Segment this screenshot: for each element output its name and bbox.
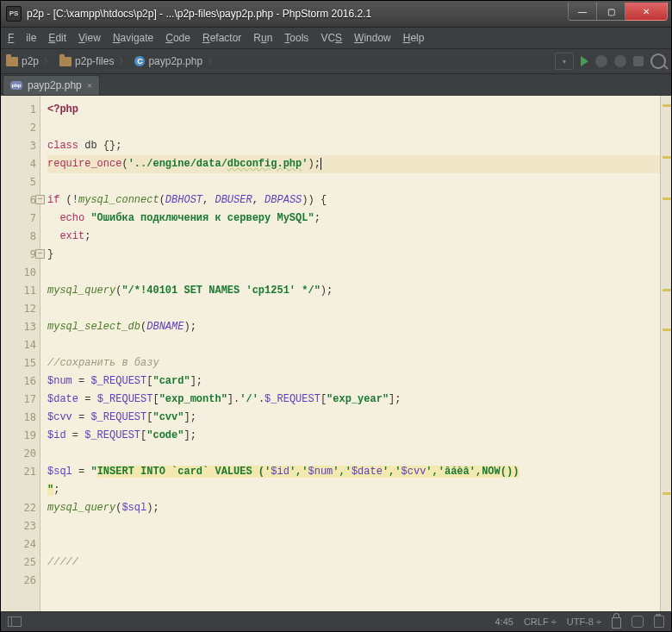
line-number[interactable] xyxy=(1,481,36,499)
code-line[interactable] xyxy=(47,572,660,590)
maximize-button[interactable]: ▢ xyxy=(597,3,625,21)
line-number[interactable]: 20 xyxy=(1,445,36,463)
code-line[interactable]: $num = $_REQUEST["card"]; xyxy=(47,372,660,391)
chevron-right-icon: 〉 xyxy=(208,55,216,67)
menu-help[interactable]: Help xyxy=(403,32,425,44)
menu-tools[interactable]: Tools xyxy=(284,32,308,44)
line-number[interactable]: 23 xyxy=(1,517,36,535)
code-line[interactable]: class db {}; xyxy=(47,137,660,155)
code-line[interactable]: } xyxy=(47,246,660,264)
code-line[interactable]: $date = $_REQUEST["exp_month"].'/'.$_REQ… xyxy=(47,391,660,409)
coverage-icon[interactable] xyxy=(614,55,626,67)
run-config-dropdown[interactable]: ▾ xyxy=(555,53,574,70)
menu-refactor[interactable]: Refactor xyxy=(202,32,241,44)
editor-tab[interactable]: php payp2p.php × xyxy=(3,75,100,95)
warning-mark[interactable] xyxy=(663,197,671,200)
code-line[interactable]: "; xyxy=(47,481,660,499)
breadcrumb-label: p2p xyxy=(22,55,39,67)
line-number[interactable]: 4 xyxy=(1,155,36,173)
run-icon[interactable] xyxy=(581,56,588,66)
code-line[interactable]: mysql_query($sql); xyxy=(47,499,660,517)
caret-position[interactable]: 4:45 xyxy=(495,616,513,627)
code-line[interactable] xyxy=(47,264,660,282)
close-button[interactable]: ✕ xyxy=(625,3,668,21)
stop-icon[interactable] xyxy=(633,56,644,66)
file-encoding[interactable]: UTF-8 ÷ xyxy=(567,616,601,627)
line-number[interactable]: 25 xyxy=(1,554,36,572)
debug-icon[interactable] xyxy=(595,55,607,67)
code-line[interactable] xyxy=(47,535,660,554)
line-number[interactable]: 15 xyxy=(1,354,36,372)
menu-run[interactable]: Run xyxy=(253,32,272,44)
code-line[interactable]: ///// xyxy=(47,554,660,572)
line-number[interactable]: 5 xyxy=(1,173,36,191)
line-number[interactable]: 18 xyxy=(1,409,36,427)
code-area[interactable]: <?phpclass db {};require_once('../engine… xyxy=(40,96,660,611)
warning-mark[interactable] xyxy=(663,104,671,107)
line-number[interactable]: 6− xyxy=(1,191,36,210)
line-number[interactable]: 8 xyxy=(1,228,36,246)
line-number[interactable]: 7 xyxy=(1,210,36,228)
code-line[interactable]: <?php xyxy=(47,101,660,119)
line-number[interactable]: 11 xyxy=(1,282,36,300)
line-number[interactable]: 12 xyxy=(1,300,36,318)
close-tab-icon[interactable]: × xyxy=(87,80,92,91)
breadcrumb-item[interactable]: p2p-files 〉 xyxy=(59,55,129,67)
line-number[interactable]: 10 xyxy=(1,264,36,282)
code-line[interactable] xyxy=(47,300,660,318)
breadcrumb-item[interactable]: C payp2p.php 〉 xyxy=(134,55,218,67)
line-number[interactable]: 13 xyxy=(1,318,36,336)
code-line[interactable]: $id = $_REQUEST["code"]; xyxy=(47,427,660,445)
code-line[interactable]: require_once('../engine/data/dbconfig.ph… xyxy=(47,155,660,173)
tool-window-toggle-icon[interactable] xyxy=(8,616,22,627)
code-line[interactable]: $sql = "INSERT INTO `card` VALUES ('$id'… xyxy=(47,463,660,481)
line-number[interactable]: 3 xyxy=(1,137,36,155)
line-number[interactable]: 24 xyxy=(1,535,36,554)
line-number[interactable]: 21 xyxy=(1,463,36,481)
code-line[interactable] xyxy=(47,517,660,535)
breadcrumb-label: payp2p.php xyxy=(148,55,202,67)
minimize-button[interactable]: — xyxy=(568,3,597,21)
code-line[interactable]: echo "Ошибка подключения к серверу MySQL… xyxy=(47,210,660,228)
menu-code[interactable]: Code xyxy=(165,32,190,44)
search-icon[interactable] xyxy=(650,53,666,69)
breadcrumb-item[interactable]: p2p 〉 xyxy=(6,55,54,67)
lock-icon[interactable] xyxy=(612,617,621,629)
line-number[interactable]: 19 xyxy=(1,427,36,445)
warning-mark[interactable] xyxy=(663,289,671,291)
code-line[interactable]: mysql_query("/*!40101 SET NAMES 'cp1251'… xyxy=(47,282,660,300)
line-number[interactable]: 26 xyxy=(1,572,36,590)
breadcrumbs: p2p 〉 p2p-files 〉 C payp2p.php 〉 xyxy=(6,55,218,67)
line-number[interactable]: 14 xyxy=(1,336,36,354)
menu-navigate[interactable]: Navigate xyxy=(113,32,153,44)
code-line[interactable]: exit; xyxy=(47,228,660,246)
menu-window[interactable]: Window xyxy=(354,32,391,44)
code-line[interactable] xyxy=(47,119,660,137)
inspection-icon[interactable] xyxy=(632,616,644,628)
line-number[interactable]: 17 xyxy=(1,391,36,409)
line-number[interactable]: 22 xyxy=(1,499,36,517)
gutter[interactable]: 123456−789−10111213141516171819202122232… xyxy=(1,96,40,611)
warning-mark[interactable] xyxy=(663,329,671,331)
line-number[interactable]: 9− xyxy=(1,246,36,264)
menu-view[interactable]: View xyxy=(78,32,101,44)
code-line[interactable]: $cvv = $_REQUEST["cvv"]; xyxy=(47,409,660,427)
line-separator[interactable]: CRLF ÷ xyxy=(524,616,557,627)
line-number[interactable]: 1 xyxy=(1,101,36,119)
line-number[interactable]: 2 xyxy=(1,119,36,137)
menu-file[interactable]: File xyxy=(8,32,36,44)
menu-vcs[interactable]: VCS xyxy=(320,32,342,44)
warning-mark[interactable] xyxy=(663,492,671,495)
window-controls: — ▢ ✕ xyxy=(568,3,668,20)
code-line[interactable]: if (!mysql_connect(DBHOST, DBUSER, DBPAS… xyxy=(47,191,660,210)
code-line[interactable]: //сохранить в базу xyxy=(47,354,660,372)
code-line[interactable] xyxy=(47,173,660,191)
code-line[interactable]: mysql_select_db(DBNAME); xyxy=(47,318,660,336)
error-stripe[interactable] xyxy=(660,96,671,611)
trash-icon[interactable] xyxy=(654,616,664,628)
code-line[interactable] xyxy=(47,445,660,463)
line-number[interactable]: 16 xyxy=(1,372,36,391)
code-line[interactable] xyxy=(47,336,660,354)
warning-mark[interactable] xyxy=(663,156,671,159)
menu-edit[interactable]: Edit xyxy=(48,32,66,44)
